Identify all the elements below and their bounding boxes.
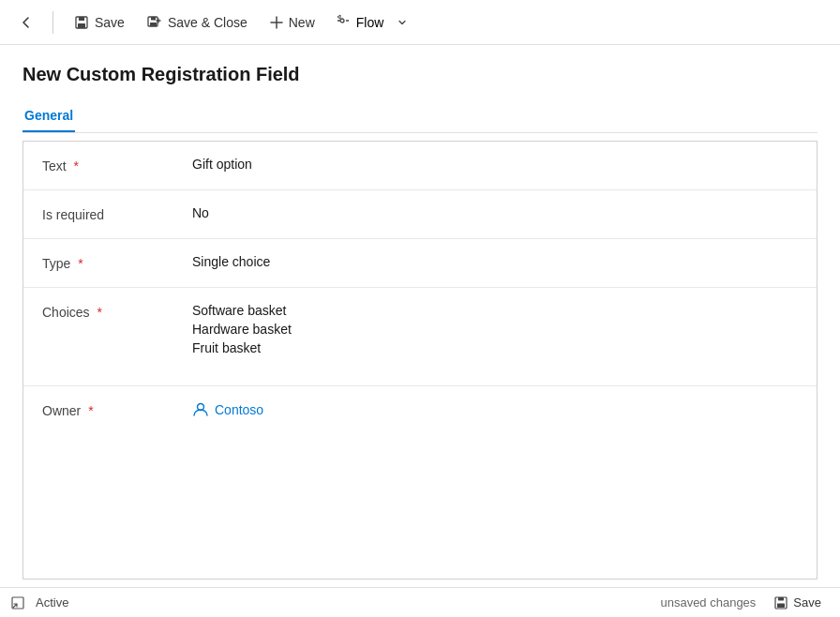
- svg-rect-2: [78, 23, 85, 28]
- tabs-bar: General: [22, 100, 818, 133]
- required-star-owner: *: [88, 403, 93, 418]
- owner-icon: [192, 401, 209, 418]
- svg-rect-9: [778, 597, 784, 601]
- field-value-choices: Software basket Hardware basket Fruit ba…: [192, 303, 798, 355]
- required-star-text: *: [74, 158, 79, 173]
- field-value-type: Single choice: [192, 254, 798, 269]
- save-button[interactable]: Save: [65, 9, 134, 36]
- toolbar: Save Save & Close New: [0, 0, 840, 45]
- field-row-text: Text * Gift option: [23, 142, 817, 190]
- svg-rect-10: [777, 603, 785, 608]
- field-label-text: Text *: [42, 157, 192, 173]
- tab-general[interactable]: General: [22, 100, 75, 132]
- svg-rect-4: [151, 17, 156, 21]
- field-row-choices: Choices * Software basket Hardware baske…: [23, 288, 817, 386]
- field-row-owner: Owner * Contoso: [23, 386, 817, 435]
- field-label-choices: Choices *: [42, 303, 192, 320]
- new-icon: [270, 16, 283, 29]
- field-label-isrequired: Is required: [42, 205, 192, 222]
- back-button[interactable]: [11, 8, 41, 38]
- field-value-owner: Contoso: [192, 401, 798, 418]
- status-save-button[interactable]: Save: [767, 592, 829, 613]
- new-label: New: [289, 15, 315, 30]
- new-button[interactable]: New: [261, 9, 324, 36]
- status-active-label: Active: [36, 595, 68, 609]
- status-left: Active: [11, 595, 68, 609]
- save-close-button[interactable]: Save & Close: [138, 9, 257, 36]
- save-close-icon: [147, 15, 162, 30]
- field-value-isrequired: No: [192, 205, 798, 220]
- svg-rect-5: [150, 23, 157, 26]
- flow-button-group: Flow: [328, 8, 414, 37]
- required-star-type: *: [78, 256, 82, 271]
- status-right: unsaved changes Save: [660, 592, 829, 613]
- field-row-isrequired: Is required No: [23, 190, 817, 239]
- choice-item-1: Software basket: [192, 303, 798, 318]
- flow-label: Flow: [356, 15, 384, 30]
- field-label-owner: Owner *: [42, 401, 192, 418]
- field-value-text: Gift option: [192, 157, 798, 172]
- status-bar: Active unsaved changes Save: [0, 587, 840, 617]
- owner-link[interactable]: Contoso: [192, 401, 798, 418]
- required-star-choices: *: [97, 305, 101, 320]
- status-save-label: Save: [793, 595, 821, 609]
- toolbar-divider: [52, 11, 53, 34]
- field-row-type: Type * Single choice: [23, 239, 817, 288]
- form-scroll[interactable]: Text * Gift option Is required No Type *…: [22, 141, 818, 579]
- save-icon: [74, 15, 89, 30]
- unsaved-changes-label: unsaved changes: [660, 595, 756, 609]
- page-content: New Custom Registration Field General Te…: [0, 45, 840, 587]
- save-close-label: Save & Close: [168, 15, 248, 30]
- svg-rect-1: [79, 17, 84, 21]
- flow-icon: [336, 13, 351, 31]
- flow-button[interactable]: Flow: [328, 8, 392, 37]
- owner-name: Contoso: [215, 402, 263, 417]
- external-link-icon[interactable]: [11, 596, 24, 609]
- page-title: New Custom Registration Field: [22, 64, 818, 85]
- field-label-type: Type *: [42, 254, 192, 271]
- choice-item-3: Fruit basket: [192, 340, 798, 355]
- save-label: Save: [95, 15, 125, 30]
- choice-item-2: Hardware basket: [192, 322, 798, 337]
- form-container: Text * Gift option Is required No Type *…: [22, 133, 818, 587]
- flow-chevron-button[interactable]: [391, 11, 413, 34]
